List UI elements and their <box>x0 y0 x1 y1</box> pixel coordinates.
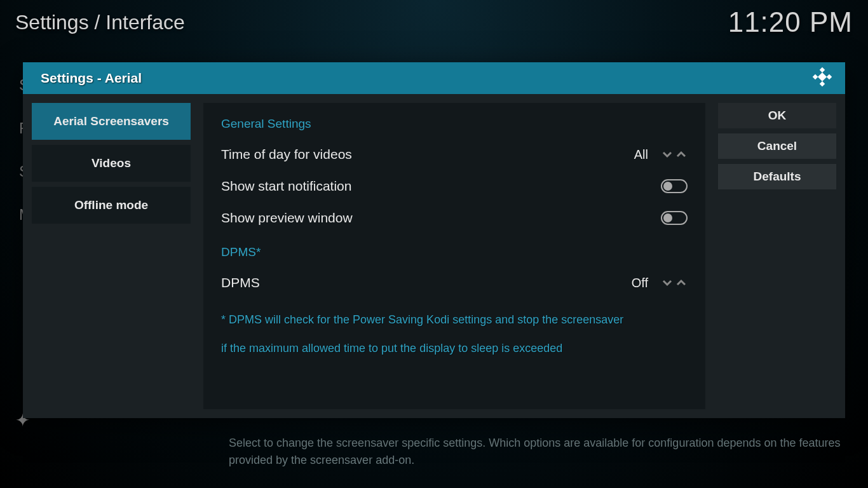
chevron-up-icon[interactable] <box>675 148 688 161</box>
toggle-off[interactable] <box>661 179 688 193</box>
chevron-up-icon[interactable] <box>675 276 688 289</box>
svg-rect-4 <box>818 72 827 81</box>
setting-label: DPMS <box>221 275 632 290</box>
setting-label: Show start notification <box>221 179 661 194</box>
section-dpms-header: DPMS* <box>221 245 688 259</box>
setting-label: Time of day for videos <box>221 147 634 162</box>
svg-rect-3 <box>820 81 825 86</box>
section-general-header: General Settings <box>221 117 688 131</box>
svg-rect-2 <box>827 74 832 79</box>
kodi-logo-icon <box>812 67 832 90</box>
svg-rect-1 <box>813 74 818 79</box>
category-offline-mode[interactable]: Offline mode <box>32 187 191 224</box>
clock: 11:20 PM <box>728 6 853 38</box>
setting-show-start-notification[interactable]: Show start notification <box>221 170 688 202</box>
dpms-note-line1: * DPMS will check for the Power Saving K… <box>221 311 688 329</box>
category-list: Aerial Screensavers Videos Offline mode <box>32 103 191 409</box>
chevron-down-icon[interactable] <box>661 148 674 161</box>
setting-time-of-day[interactable]: Time of day for videos All <box>221 139 688 170</box>
settings-dialog: Settings - Aerial Aerial Screensavers Vi… <box>23 62 845 418</box>
dialog-buttons: OK Cancel Defaults <box>718 103 836 409</box>
category-aerial-screensavers[interactable]: Aerial Screensavers <box>32 103 191 140</box>
cancel-button[interactable]: Cancel <box>718 133 836 159</box>
defaults-button[interactable]: Defaults <box>718 164 836 189</box>
ok-button[interactable]: OK <box>718 103 836 128</box>
svg-rect-0 <box>820 67 825 72</box>
setting-dpms[interactable]: DPMS Off <box>221 267 688 299</box>
setting-label: Show preview window <box>221 210 661 226</box>
settings-panel: General Settings Time of day for videos … <box>203 103 705 409</box>
dialog-titlebar: Settings - Aerial <box>23 62 845 94</box>
setting-value: Off <box>632 276 648 290</box>
setting-value: All <box>634 147 648 162</box>
breadcrumb: Settings / Interface <box>15 11 185 34</box>
toggle-off[interactable] <box>661 211 688 225</box>
dpms-note-line2: if the maximum allowed time to put the d… <box>221 340 688 357</box>
dialog-title: Settings - Aerial <box>41 71 142 86</box>
help-text: Select to change the screensaver specifi… <box>229 435 843 469</box>
category-videos[interactable]: Videos <box>32 145 191 182</box>
setting-show-preview-window[interactable]: Show preview window <box>221 202 688 234</box>
chevron-down-icon[interactable] <box>661 276 674 289</box>
spinner-control[interactable] <box>661 148 688 161</box>
spinner-control[interactable] <box>661 276 688 289</box>
